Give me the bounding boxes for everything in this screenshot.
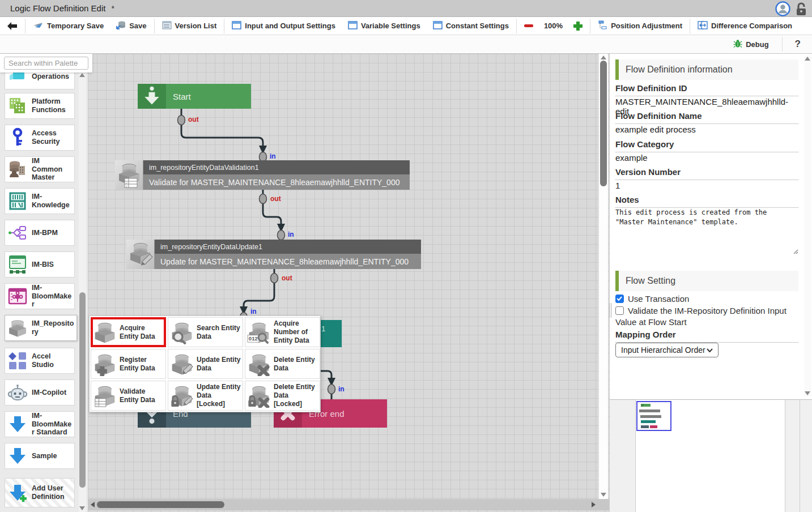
popup-item-delete-entity-data[interactable]: Delete Entity Data <box>245 349 320 379</box>
palette-item-im-bis[interactable]: IM-BIS <box>5 251 75 278</box>
palette-item-im-common-master[interactable]: IM Common Master <box>5 156 75 182</box>
entity-update-icon <box>126 240 155 269</box>
palette-item-access-security[interactable]: Access Security <box>5 125 75 151</box>
palette-scrollbar[interactable] <box>79 71 86 512</box>
page-title: Logic Flow Definition Edit <box>10 3 105 13</box>
popup-item-delete-entity-data-locked[interactable]: Delete Entity Data [Locked] <box>245 381 320 411</box>
palette-item-accel-studio[interactable]: Accel Studio <box>5 348 75 374</box>
panel-splitter-grip[interactable] <box>609 303 611 318</box>
port-out-update[interactable] <box>271 274 278 283</box>
zoom-in-button[interactable] <box>567 17 589 35</box>
zoom-out-button[interactable] <box>518 17 539 35</box>
svg-text:012: 012 <box>249 335 258 342</box>
port-label-in: in <box>250 308 257 315</box>
use-transaction-checkbox-row[interactable]: Use Transaction <box>615 293 802 305</box>
scroll-up-arrow[interactable] <box>79 73 85 77</box>
palette-item-im-bpm[interactable]: IM-BPM <box>5 220 75 246</box>
database-stack-icon <box>7 159 28 180</box>
difference-comparison-button[interactable]: Difference Comparison <box>691 17 798 35</box>
canvas-vscrollbar[interactable] <box>598 54 608 499</box>
palette-item-im-copilot[interactable]: IM-Copilot <box>5 379 75 406</box>
palette-item-add-user-definition[interactable]: Add User Definition <box>5 478 75 507</box>
panel-scrollbar[interactable] <box>804 56 811 396</box>
scroll-up-arrow[interactable] <box>805 57 810 61</box>
scroll-left-arrow[interactable] <box>91 502 95 507</box>
scroll-up-arrow[interactable] <box>601 56 606 59</box>
minimap-viewport[interactable] <box>636 401 671 431</box>
popup-item-validate-entity-data[interactable]: ✓✓ Validate Entity Data <box>91 381 166 411</box>
unlock-icon[interactable] <box>795 2 807 19</box>
main-toolbar: Temporary Save Save Version List Input a… <box>0 17 812 35</box>
constant-settings-button[interactable]: Constant Settings <box>427 17 515 35</box>
minimap[interactable] <box>635 400 785 512</box>
position-adjustment-button[interactable]: Position Adjustment <box>592 17 688 35</box>
flow-canvas[interactable]: out in out in out in in Start ✓✓ im_repo… <box>88 54 609 512</box>
popup-item-register-entity-data[interactable]: Register Entity Data <box>91 349 166 379</box>
version-list-button[interactable]: Version List <box>156 17 223 35</box>
mapping-order-label: Mapping Order <box>615 330 798 343</box>
palette-search-input[interactable] <box>4 57 88 70</box>
back-button[interactable] <box>0 17 24 35</box>
resize-handle-icon[interactable] <box>793 246 798 257</box>
palette-item-im-repository[interactable]: IM_Repository <box>5 315 77 341</box>
start-node[interactable]: Start <box>138 84 251 109</box>
entity-count-icon: 012 <box>247 321 271 344</box>
validate-input-checkbox-row[interactable]: Validate the IM-Repository Definition In… <box>615 305 802 328</box>
scroll-right-arrow[interactable] <box>592 502 596 507</box>
user-avatar-icon[interactable] <box>775 1 790 19</box>
palette-item-im-knowledge[interactable]: IM-Knowledge <box>5 188 75 214</box>
accel-studio-icon <box>7 351 28 371</box>
svg-text:✓: ✓ <box>96 404 98 407</box>
io-settings-button[interactable]: Input and Output Settings <box>226 17 342 35</box>
debug-button[interactable]: Debug <box>727 35 775 53</box>
palette-item-platform-functions[interactable]: Platform Functions <box>5 93 75 119</box>
canvas-vscrollbar-thumb[interactable] <box>600 61 607 186</box>
scroll-down-arrow[interactable] <box>601 493 606 497</box>
canvas-hscrollbar[interactable] <box>88 499 609 510</box>
flow-definition-info-header: Flow Definition information <box>615 59 798 80</box>
port-out-validation[interactable] <box>260 194 267 204</box>
palette-scrollbar-thumb[interactable] <box>79 292 86 488</box>
notes-label: Notes <box>615 195 798 208</box>
notes-textarea[interactable]: This edit process is created from the "M… <box>615 208 798 228</box>
difference-comparison-icon <box>698 21 708 31</box>
save-button[interactable]: Save <box>110 17 152 35</box>
port-in-error-end[interactable] <box>328 385 335 394</box>
popup-item-search-entity-data[interactable]: Search Entity Data <box>168 317 243 347</box>
logic-flow-editor: Logic Flow Definition Edit * Temporary S… <box>0 0 812 512</box>
entity-delete-locked-icon <box>247 384 271 408</box>
scroll-down-arrow[interactable] <box>805 391 810 395</box>
popup-item-acquire-entity-data[interactable]: Acquire Entity Data <box>91 317 166 347</box>
update-node[interactable]: im_repositoryEntityDataUpdate1 Update fo… <box>126 240 421 269</box>
help-button[interactable]: ? <box>789 39 806 50</box>
checkbox-unchecked-icon[interactable] <box>615 306 624 315</box>
port-out-start[interactable] <box>178 116 185 125</box>
palette-item-im-bloommaker[interactable]: IM-BloomMaker <box>5 283 75 309</box>
down-arrow-plus-icon <box>7 483 28 503</box>
flow-category-label: Flow Category <box>615 139 798 152</box>
validation-node[interactable]: ✓✓ im_repositoryEntityDataValidation1 Va… <box>115 160 410 190</box>
entity-search-icon <box>170 321 194 344</box>
key-icon <box>7 127 28 148</box>
start-icon <box>138 84 166 109</box>
down-arrow-icon <box>7 446 28 466</box>
minimap-section <box>610 399 812 512</box>
popup-item-update-entity-data[interactable]: Update Entity Data <box>168 349 243 379</box>
palette-item-sample[interactable]: Sample <box>5 443 75 469</box>
temporary-save-button[interactable]: Temporary Save <box>27 17 110 35</box>
popup-item-acquire-number-of-entity-data[interactable]: 012 Acquire Number of Entity Data <box>245 317 320 347</box>
chevron-down-icon <box>707 348 713 352</box>
popup-item-update-entity-data-locked[interactable]: Update Entity Data [Locked] <box>168 381 243 411</box>
port-in-update[interactable] <box>278 231 285 240</box>
scroll-down-arrow[interactable] <box>79 506 85 510</box>
entity-validate-icon: ✓✓ <box>93 384 117 408</box>
port-label-out: out <box>188 116 199 123</box>
mapping-order-select[interactable]: Input Hierarchical Order <box>615 343 719 357</box>
checkbox-checked-icon[interactable] <box>615 295 624 303</box>
version-number-value: 1 <box>615 181 798 190</box>
palette-item-im-bloommaker-standard[interactable]: IM-BloomMaker Standard <box>5 411 75 437</box>
flow-definition-name-value: example edit process <box>615 125 798 134</box>
canvas-hscrollbar-thumb[interactable] <box>97 501 224 508</box>
entity-acquire-icon <box>93 321 117 344</box>
variable-settings-button[interactable]: Variable Settings <box>342 17 427 35</box>
